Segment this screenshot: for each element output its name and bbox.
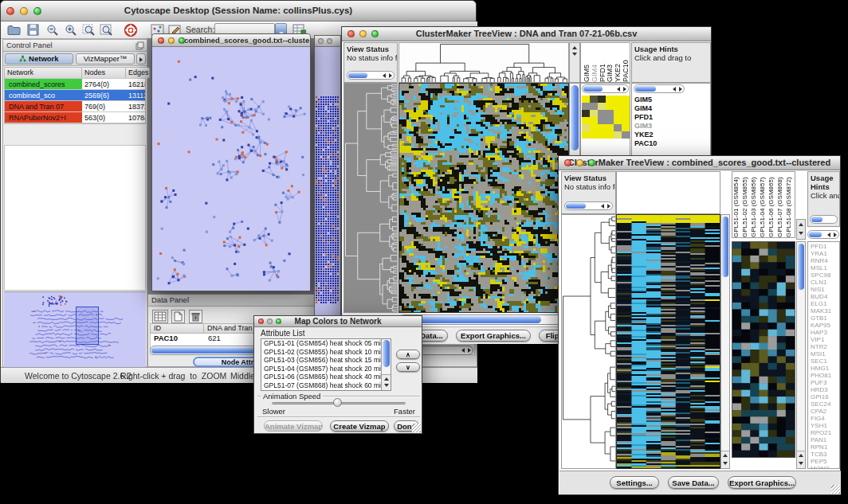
slider-thumb[interactable] [333, 398, 342, 407]
array-column-label[interactable]: GPL51-01 (GSM854) [732, 172, 741, 237]
heatmap-cell[interactable] [582, 131, 590, 139]
gene-label[interactable]: SPC98 [811, 272, 839, 279]
gene-label[interactable]: KAP95 [811, 322, 839, 329]
heatmap-cell[interactable] [590, 117, 598, 124]
gene-label[interactable]: MON2 [811, 465, 839, 469]
gene-label[interactable]: CLN1 [811, 279, 839, 286]
zoom-window-icon[interactable] [179, 37, 185, 44]
heatmap-cell[interactable] [598, 117, 606, 124]
attribute-item[interactable]: GPL51-07 (GSM868) heat shock 60 min [261, 381, 382, 390]
gene-label[interactable]: YRA1 [811, 250, 839, 257]
zoom-window-icon[interactable] [33, 7, 41, 15]
gene-label[interactable]: PEP5 [811, 458, 839, 465]
gene-label[interactable]: NTR2 [811, 343, 839, 350]
attribute-item[interactable]: GPL51-01 (GSM854) heat shock 05 min [261, 339, 382, 348]
gene-label[interactable]: BUD4 [811, 293, 839, 300]
settings-button[interactable]: Settings... [610, 476, 659, 489]
export-graphics-button[interactable]: Export Graphics... [456, 330, 531, 342]
gene-label[interactable]: TCB3 [811, 451, 839, 458]
heatmap-cell[interactable] [614, 96, 622, 103]
column-header-id[interactable]: ID [150, 323, 204, 334]
network-row[interactable]: combined_sco 2569(6) 13112(15) [5, 90, 145, 101]
heatmap-cell[interactable] [582, 96, 590, 103]
gene-label[interactable]: PFD1 [811, 243, 839, 250]
birdseye-view[interactable] [4, 291, 146, 367]
view-status-scrollbar[interactable] [564, 201, 613, 210]
array-column-label[interactable]: GPL51-08 (GSM872) [785, 172, 794, 237]
heatmap-cell[interactable] [590, 110, 598, 117]
heatmap-cell[interactable] [614, 103, 622, 110]
gene-label[interactable]: SEC24 [811, 400, 839, 408]
network-window-titlebar[interactable]: combined_scores_good.txt--cluste... [152, 34, 310, 47]
treeview1-titlebar[interactable]: ClusterMaker TreeView : DNA and Tran 07-… [342, 27, 711, 41]
heatmap-cell[interactable] [622, 131, 630, 139]
column-header-network[interactable]: Network [5, 68, 82, 78]
heatmap-cell[interactable] [614, 110, 622, 117]
save-data-button[interactable]: Save Data... [668, 476, 719, 489]
gene-label[interactable]: SEC1 [811, 357, 839, 365]
heatmap-cell[interactable] [614, 131, 622, 139]
heatmap-cell[interactable] [582, 103, 590, 110]
network-canvas[interactable] [152, 47, 310, 291]
network-row[interactable]: combined_scores 2764(0) 16218(0) [5, 79, 145, 90]
attribute-item[interactable]: GPL51-03 (GSM856) heat shock 15 min [261, 356, 382, 365]
heatmap-cell[interactable] [590, 103, 598, 110]
tv2-row-dendrogram[interactable] [561, 214, 616, 469]
gene-label[interactable]: GIM5 [634, 96, 657, 104]
heatmap-cell[interactable] [582, 110, 590, 117]
gene-label[interactable]: ELG1 [811, 300, 839, 307]
heatmap-cell[interactable] [606, 131, 614, 139]
zoom-fit-icon[interactable] [100, 24, 113, 37]
minimize-icon[interactable] [576, 159, 583, 166]
tv1-column-dendrogram[interactable] [398, 42, 569, 83]
gene-label[interactable]: FIG4 [811, 415, 839, 422]
network-canvas-2[interactable] [315, 47, 340, 318]
gene-label[interactable]: GTB1 [811, 315, 839, 322]
gene-label[interactable]: PAN1 [811, 436, 839, 443]
tv2-labels-vscrollbar[interactable] [796, 241, 806, 469]
close-icon[interactable] [564, 159, 571, 166]
tv1-global-heatmap[interactable] [398, 83, 569, 313]
minimize-icon[interactable] [267, 318, 273, 324]
heatmap-cell[interactable] [582, 117, 590, 124]
gene-label[interactable]: NIS1 [811, 286, 839, 293]
new-attribute-icon[interactable] [171, 310, 185, 323]
zoom-out-icon[interactable] [46, 24, 59, 37]
help-lifering-icon[interactable] [124, 23, 138, 37]
heatmap-cell[interactable] [622, 117, 630, 124]
heatmap-cell[interactable] [598, 110, 606, 117]
network-row[interactable]: DNA and Tran 07 769(0) 183728(0) [5, 101, 145, 112]
view-status-scrollbar[interactable] [347, 71, 395, 80]
heatmap-cell[interactable] [622, 103, 630, 110]
close-icon[interactable] [347, 30, 355, 37]
column-header-nodes[interactable]: Nodes [82, 68, 126, 78]
minimize-icon[interactable] [327, 38, 332, 44]
heatmap-cell[interactable] [606, 96, 614, 103]
zoom-in-icon[interactable] [65, 24, 77, 37]
attribute-item[interactable]: GPL51-06 (GSM865) heat shock 40 min [261, 373, 382, 381]
array-column-label[interactable]: GPL51-04 (GSM857) [759, 172, 768, 237]
attribute-list-scrollbar[interactable] [381, 339, 391, 390]
gene-label[interactable]: MSL1 [811, 264, 839, 272]
gene-label[interactable]: MSI1 [811, 350, 839, 357]
heatmap-cell[interactable] [614, 124, 622, 131]
birdseye-viewport-rect[interactable] [76, 307, 99, 345]
gene-label[interactable]: GIM4 [634, 104, 657, 113]
resize-grip[interactable] [831, 485, 840, 494]
move-up-button[interactable]: ∧ [396, 350, 420, 359]
tab-overflow-button[interactable] [136, 53, 146, 64]
gene-label[interactable]: RPO21 [811, 429, 839, 436]
heatmap-cell[interactable] [622, 110, 630, 117]
gene-label[interactable]: GIM3 [634, 122, 657, 131]
heatmap-cell[interactable] [598, 96, 606, 103]
network-table-header[interactable]: Network Nodes Edges [5, 68, 145, 79]
tv2-zoom-heatmap[interactable] [732, 241, 795, 458]
heatmap-cell[interactable] [622, 96, 630, 103]
gene-label[interactable]: PFD1 [634, 113, 657, 122]
gene-label[interactable]: PAC10 [634, 139, 657, 148]
gene-label[interactable]: HAP3 [811, 329, 839, 336]
tv1-zoom-heatmap[interactable] [582, 96, 630, 139]
dialog-titlebar[interactable]: Map Colors to Network [254, 316, 422, 327]
delete-attribute-trash-icon[interactable] [189, 310, 202, 323]
column-label[interactable]: YKE2 [614, 43, 622, 82]
